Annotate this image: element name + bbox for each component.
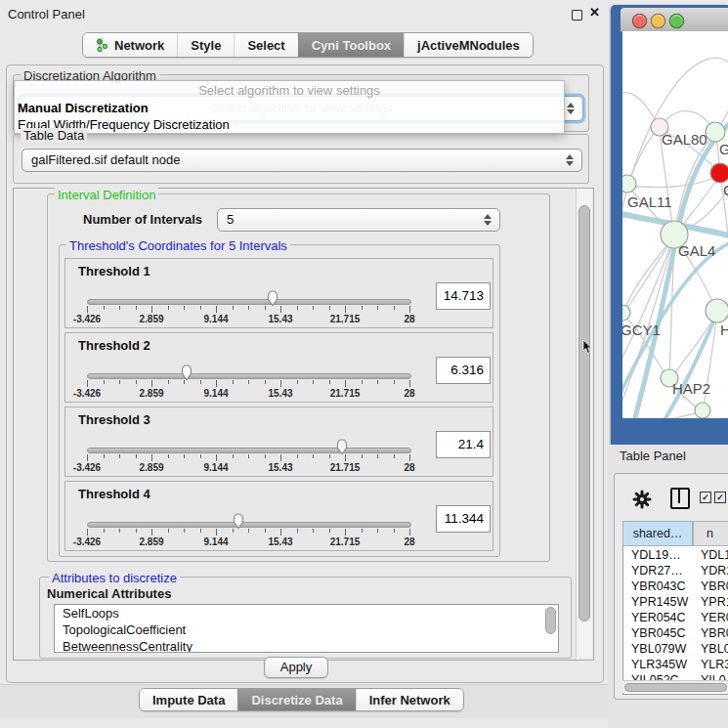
control-panel-title: Control Panel [8,7,85,21]
table-row-name[interactable]: YLR3 [701,657,728,672]
slider-tick [377,306,378,310]
numerical-attributes-list[interactable]: SelfLoopsTopologicalCoefficientBetweenne… [54,604,559,653]
table-data-group-title: Table Data [21,128,87,143]
table-row-name[interactable]: YPR1 [701,594,728,610]
tab-impute-data[interactable]: Impute Data [140,689,237,710]
table-row-shared-name[interactable]: YBL079W [631,641,692,657]
slider-tick [265,529,266,533]
threshold-value-field[interactable]: 14.713 [436,282,491,310]
slider-tick-label: 2.859 [139,314,163,324]
network-edge [622,236,674,368]
slider-tick-label: 2.859 [139,388,163,399]
float-window-icon[interactable] [572,10,582,21]
popup-item-manual[interactable]: Manual Discretization [15,100,564,116]
network-node[interactable] [622,305,630,321]
checkbox-icon-1[interactable]: ✓ [700,492,711,503]
column-header-name[interactable]: n [693,521,728,546]
slider-tick [345,380,346,387]
hscrollbar-thumb[interactable] [624,683,727,692]
slider-tick [394,529,395,533]
network-node[interactable] [710,163,728,183]
slider-tick [87,380,88,387]
scrollbar-thumb[interactable] [578,205,590,621]
slider-tick [87,454,88,461]
tab-select[interactable]: Select [234,33,297,57]
popup-item-equal-width[interactable]: Equal Width/Frequency Discretization [15,116,564,133]
tab-infer-network[interactable]: Infer Network [356,689,463,710]
slider-track[interactable] [87,299,411,305]
attributes-list-scrollbar-thumb[interactable] [545,607,556,634]
slider-tick-label: 9.144 [203,314,228,324]
slider-tick [200,306,201,310]
gear-icon[interactable] [632,490,652,509]
slider-tick [280,306,281,313]
tab-jactivemnodules[interactable]: jActiveMNodules [404,33,533,57]
zoom-traffic-light[interactable] [669,14,684,28]
close-traffic-light[interactable] [632,14,647,28]
table-row-shared-name[interactable]: YBR045C [631,625,692,641]
table-row-name[interactable]: YBR0 [701,578,728,594]
slider-thumb[interactable] [180,364,193,381]
network-node[interactable] [622,175,636,193]
network-node[interactable] [706,299,728,322]
slider-tick [297,306,298,310]
settings-vertical-scrollbar[interactable] [576,189,592,658]
attribute-list-item[interactable]: BetweennessCentrality [55,638,558,653]
minimize-traffic-light[interactable] [651,14,665,28]
checkbox-icon-2[interactable]: ✓ [714,492,726,503]
table-row-name[interactable]: YBR0 [701,625,728,641]
table-row-shared-name[interactable]: YDL19… [631,547,692,563]
screenshot-root: Control Panel ✕ Network Style Select Cyn… [0,0,728,728]
tab-cyni-toolbox[interactable]: Cyni Toolbox [298,33,404,57]
slider-tick-label: 28 [404,314,414,324]
tab-style[interactable]: Style [177,33,234,57]
table-row-name[interactable]: YER0 [701,610,728,625]
slider-tick [265,306,266,310]
mouse-cursor [582,340,594,355]
slider-tick [151,454,152,461]
slider-track[interactable] [87,448,411,453]
slider-track[interactable] [87,522,411,528]
table-row-name[interactable]: YDR2 [701,563,728,578]
tab-discretize-data[interactable]: Discretize Data [237,689,355,710]
number-of-intervals-value: 5 [227,212,234,227]
threshold-value-field[interactable]: 21.4 [436,431,491,458]
network-canvas[interactable]: GAL80GCGAL11GAL4GCY1HHAP2 [622,31,728,418]
slider-tick [151,380,152,387]
table-horizontal-scrollbar[interactable] [622,680,728,693]
table-row-shared-name[interactable]: YLR345W [631,657,692,672]
apply-button[interactable]: Apply [264,657,328,678]
slider-tick [216,306,217,313]
slider-track[interactable] [87,373,411,379]
slider-tick [313,454,314,458]
column-header-shared[interactable]: shared… [622,521,693,546]
slider-thumb[interactable] [335,438,349,455]
table-row-shared-name[interactable]: YER054C [631,610,692,625]
slider-thumb[interactable] [232,512,245,530]
tab-network[interactable]: Network [83,33,177,57]
network-window-titlebar[interactable] [621,8,728,32]
network-node[interactable] [695,403,710,418]
network-node[interactable] [706,122,725,142]
split-columns-icon[interactable] [670,488,690,509]
slider-tick [394,306,395,310]
table-row-shared-name[interactable]: YPR145W [631,594,692,610]
slider-tick [362,306,363,310]
slider-tick [394,454,395,458]
table-row-name[interactable]: YDL1 [701,547,728,563]
slider-thumb[interactable] [266,289,279,307]
slider-tick-label: 9.144 [203,388,228,399]
attribute-list-item[interactable]: TopologicalCoefficient [55,621,558,638]
threshold-value-field[interactable]: 11.344 [436,505,491,533]
table-row-name[interactable]: YBL0 [701,641,728,657]
number-of-intervals-combobox[interactable]: 5 [217,208,500,232]
slider-tick [409,454,410,461]
close-icon[interactable]: ✕ [589,5,600,20]
slider-tick-label: 21.715 [330,314,361,324]
table-row-shared-name[interactable]: YDR27… [631,563,692,578]
threshold-value-field[interactable]: 6.316 [436,357,491,384]
slider-tick [297,529,298,533]
table-row-shared-name[interactable]: YBR043C [631,578,692,594]
attribute-list-item[interactable]: SelfLoops [55,605,558,621]
table-data-combobox[interactable]: galFiltered.sif default node [21,149,582,172]
